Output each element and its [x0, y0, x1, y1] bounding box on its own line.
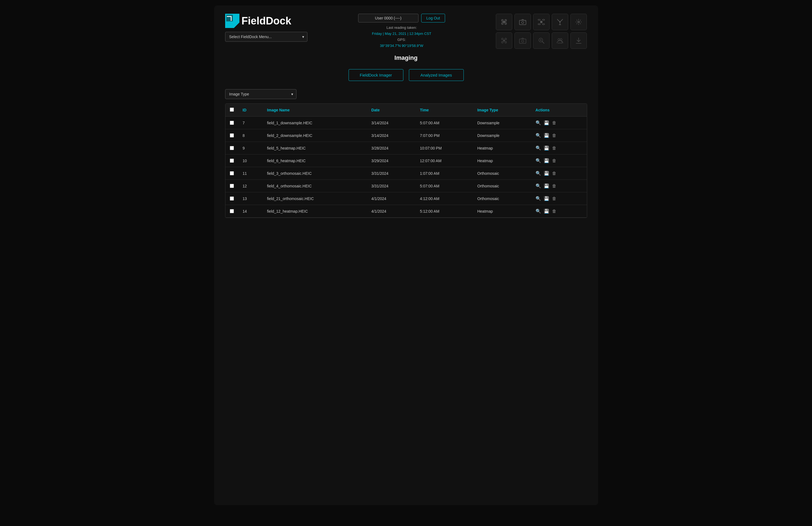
row-time: 10:07:00 PM [416, 142, 473, 155]
select-all-checkbox[interactable] [230, 108, 234, 112]
col-id: ID [238, 104, 263, 117]
row-checkbox[interactable] [230, 171, 234, 175]
col-time: Time [416, 104, 473, 117]
delete-icon[interactable]: 🗑 [552, 209, 556, 214]
drone-icon[interactable] [533, 14, 550, 30]
page-title: Imaging [225, 54, 587, 61]
analysis-icon[interactable] [533, 32, 550, 49]
download-icon[interactable] [570, 32, 587, 49]
svg-point-32 [558, 39, 560, 41]
view-icon[interactable]: 🔍 [536, 183, 541, 188]
row-image-name: field_1_downsample.HEIC [263, 117, 367, 129]
app-name: FieldDock [242, 15, 291, 27]
save-icon[interactable]: 💾 [544, 158, 549, 163]
app-container: FieldDock Select FieldDock Menu... Log O… [214, 5, 598, 505]
table-row: 7 field_1_downsample.HEIC 3/14/2024 5:07… [226, 117, 587, 129]
camera-settings-icon[interactable] [514, 32, 531, 49]
row-id: 11 [238, 167, 263, 180]
row-actions: 🔍 💾 🗑 [531, 129, 587, 142]
row-image-type: Orthomosaic [473, 167, 531, 180]
users-icon[interactable] [552, 32, 568, 49]
nav-dropdown[interactable]: Select FieldDock Menu... [225, 32, 307, 42]
view-icon[interactable]: 🔍 [536, 158, 541, 163]
row-image-type: Orthomosaic [473, 180, 531, 193]
svg-line-29 [542, 41, 544, 43]
delete-icon[interactable]: 🗑 [552, 171, 556, 176]
header-center: Log Out Last reading taken: Friday | May… [358, 14, 445, 49]
row-id: 7 [238, 117, 263, 129]
row-image-type: Orthomosaic [473, 193, 531, 205]
user-bar: Log Out [358, 14, 445, 23]
row-checkbox[interactable] [230, 146, 234, 150]
signal-icon[interactable] [552, 14, 568, 30]
tab-fielddock-imager[interactable]: FieldDock Imager [349, 69, 403, 81]
tab-analyzed-images[interactable]: Analyzed Images [409, 69, 464, 81]
view-icon[interactable]: 🔍 [536, 209, 541, 214]
svg-point-27 [522, 40, 524, 42]
icon-row-1 [496, 14, 587, 30]
svg-point-24 [505, 41, 507, 43]
table-row: 12 field_4_orthomosaic.HEIC 3/31/2024 5:… [226, 180, 587, 193]
delete-icon[interactable]: 🗑 [552, 196, 556, 201]
delete-icon[interactable]: 🗑 [552, 158, 556, 163]
save-icon[interactable]: 💾 [544, 145, 549, 151]
row-image-type: Downsample [473, 117, 531, 129]
drone-fly-icon[interactable] [496, 14, 512, 30]
logo-section: FieldDock Select FieldDock Menu... [225, 14, 307, 42]
view-icon[interactable]: 🔍 [536, 133, 541, 138]
save-icon[interactable]: 💾 [544, 196, 549, 201]
save-icon[interactable]: 💾 [544, 120, 549, 125]
filter-section: Image Type Downsample Heatmap Orthomosai… [225, 89, 587, 99]
row-image-type: Heatmap [473, 155, 531, 167]
row-id: 12 [238, 180, 263, 193]
row-image-name: field_4_orthomosaic.HEIC [263, 180, 367, 193]
logo: FieldDock [225, 14, 307, 28]
save-icon[interactable]: 💾 [544, 209, 549, 214]
row-date: 3/14/2024 [367, 117, 416, 129]
row-date: 3/28/2024 [367, 142, 416, 155]
view-icon[interactable]: 🔍 [536, 196, 541, 201]
gear-icon[interactable] [570, 14, 587, 30]
row-id: 13 [238, 193, 263, 205]
row-time: 4:12:00 AM [416, 193, 473, 205]
delete-icon[interactable]: 🗑 [552, 120, 556, 125]
view-icon[interactable]: 🔍 [536, 171, 541, 176]
drone-settings-icon[interactable] [496, 32, 512, 49]
delete-icon[interactable]: 🗑 [552, 133, 556, 138]
row-date: 3/31/2024 [367, 167, 416, 180]
view-icon[interactable]: 🔍 [536, 120, 541, 125]
save-icon[interactable]: 💾 [544, 171, 549, 176]
user-input[interactable] [358, 14, 419, 23]
svg-rect-6 [503, 21, 505, 23]
col-actions: Actions [531, 104, 587, 117]
table-row: 11 field_3_orthomosaic.HEIC 3/31/2024 1:… [226, 167, 587, 180]
delete-icon[interactable]: 🗑 [552, 146, 556, 151]
row-checkbox-cell [226, 117, 238, 129]
row-checkbox[interactable] [230, 209, 234, 213]
delete-icon[interactable]: 🗑 [552, 184, 556, 188]
view-icon[interactable]: 🔍 [536, 145, 541, 151]
row-date: 4/1/2024 [367, 193, 416, 205]
row-checkbox[interactable] [230, 197, 234, 201]
svg-point-22 [505, 38, 507, 40]
row-checkbox[interactable] [230, 133, 234, 138]
svg-point-33 [560, 39, 562, 41]
header: FieldDock Select FieldDock Menu... Log O… [225, 14, 587, 49]
row-checkbox[interactable] [230, 121, 234, 125]
table-row: 8 field_2_downsample.HEIC 3/14/2024 7:07… [226, 129, 587, 142]
row-time: 7:07:00 PM [416, 129, 473, 142]
row-date: 3/29/2024 [367, 155, 416, 167]
row-image-name: field_21_orthomosaic.HEIC [263, 193, 367, 205]
svg-point-15 [542, 24, 545, 25]
image-type-dropdown[interactable]: Image Type Downsample Heatmap Orthomosai… [225, 89, 296, 99]
table-row: 13 field_21_orthomosaic.HEIC 4/1/2024 4:… [226, 193, 587, 205]
row-time: 5:12:00 AM [416, 205, 473, 217]
row-date: 3/31/2024 [367, 180, 416, 193]
row-checkbox[interactable] [230, 184, 234, 188]
save-icon[interactable]: 💾 [544, 133, 549, 138]
camera-icon[interactable] [514, 14, 531, 30]
save-icon[interactable]: 💾 [544, 183, 549, 188]
table-row: 14 field_12_heatmap.HEIC 4/1/2024 5:12:0… [226, 205, 587, 217]
row-checkbox[interactable] [230, 159, 234, 163]
logout-button[interactable]: Log Out [421, 14, 445, 23]
